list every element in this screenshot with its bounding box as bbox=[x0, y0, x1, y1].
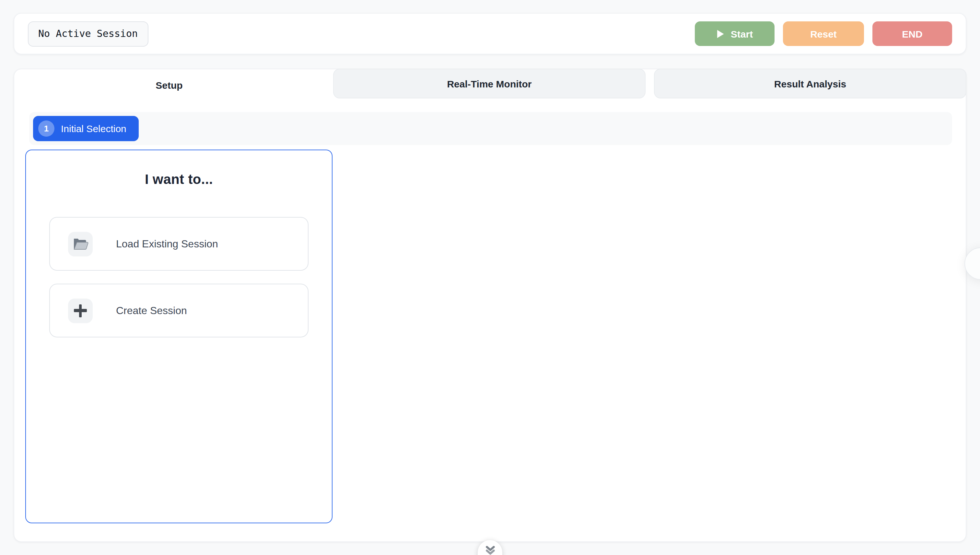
end-button[interactable]: END bbox=[872, 21, 952, 46]
step-number-badge: 1 bbox=[38, 120, 55, 136]
tab-real-time-monitor[interactable]: Real-Time Monitor bbox=[333, 69, 645, 98]
tab-setup[interactable]: Setup bbox=[14, 69, 325, 101]
open-folder-icon bbox=[68, 231, 93, 256]
step-initial-selection[interactable]: 1 Initial Selection bbox=[33, 116, 139, 141]
initial-selection-panel: I want to... Load Existing Session Creat… bbox=[25, 149, 333, 523]
load-existing-session-label: Load Existing Session bbox=[116, 238, 218, 250]
create-session-option[interactable]: Create Session bbox=[49, 284, 309, 337]
step-strip: 1 Initial Selection bbox=[29, 112, 952, 145]
chevrons-down-icon bbox=[484, 546, 496, 555]
edge-handle[interactable] bbox=[964, 247, 980, 280]
reset-button[interactable]: Reset bbox=[783, 21, 864, 46]
scroll-down-button[interactable] bbox=[478, 540, 502, 555]
load-existing-session-option[interactable]: Load Existing Session bbox=[49, 217, 309, 271]
play-icon bbox=[716, 29, 725, 38]
start-button[interactable]: Start bbox=[695, 21, 774, 46]
main-panel: Setup Real-Time Monitor Result Analysis … bbox=[14, 69, 966, 542]
panel-title: I want to... bbox=[26, 172, 332, 187]
create-session-label: Create Session bbox=[116, 305, 187, 316]
start-button-label: Start bbox=[731, 28, 753, 39]
tab-result-analysis[interactable]: Result Analysis bbox=[654, 69, 966, 98]
session-status-badge: No Active Session bbox=[28, 21, 148, 46]
topbar-actions: Start Reset END bbox=[695, 21, 952, 46]
step-label: Initial Selection bbox=[61, 123, 126, 134]
tab-bar: Setup Real-Time Monitor Result Analysis bbox=[14, 69, 966, 101]
plus-icon bbox=[68, 298, 93, 323]
app-viewport: No Active Session Start Reset END Setup … bbox=[0, 0, 980, 555]
topbar: No Active Session Start Reset END bbox=[14, 13, 966, 55]
